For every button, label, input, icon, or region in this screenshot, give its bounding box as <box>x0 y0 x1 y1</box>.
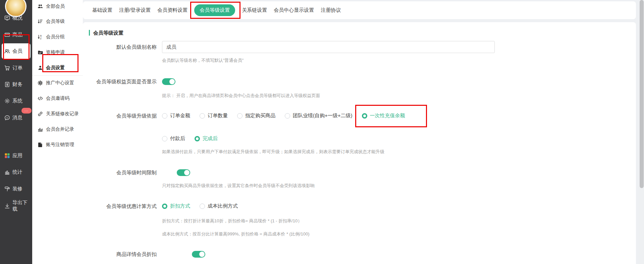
sidebar-item-overview[interactable]: 概况 <box>0 11 32 25</box>
discount-calc-radio-group: 折扣方式 成本比例方式 <box>162 203 238 209</box>
menu-item-merge-log[interactable]: 会员合并记录 <box>32 123 83 136</box>
menu-item-label: 会员分组 <box>46 34 65 40</box>
radio-cost-ratio-mode[interactable]: 成本比例方式 <box>200 203 238 209</box>
discount-mode-helper: 折扣方式：按打折计算最高10折，折扣价格= 商品现价 * (1 - 折扣率/10… <box>162 218 302 224</box>
sidebar-item-export[interactable]: 导出下载 <box>0 199 32 213</box>
sidebar-item-products[interactable]: 商品 <box>0 28 32 41</box>
upgrade-basis-radio-group: 订单金额 订单数量 指定购买商品 团队业绩(自购+一级+二级) 一次性充值余额 <box>162 113 405 119</box>
member-group-icon: AZ <box>38 34 43 40</box>
radio-team-performance[interactable]: 团队业绩(自购+一级+二级) <box>285 113 353 119</box>
benefit-page-visible-label: 会员等级权益页面是否显示 <box>83 79 157 85</box>
chain-link-icon <box>38 111 43 117</box>
radio-discount-mode[interactable]: 折扣方式 <box>162 203 190 209</box>
radio-circle <box>200 204 205 209</box>
sidebar-item-label: 导出下载 <box>12 200 32 212</box>
menu-item-label: 关系链修改记录 <box>46 111 79 117</box>
menu-item-label: 会员邀请码 <box>46 95 69 101</box>
sidebar-item-stats[interactable]: 统计 <box>0 165 32 179</box>
sidebar-item-label: 概况 <box>12 15 22 21</box>
sidebar-item-decorate[interactable]: 装修 <box>0 182 32 195</box>
orders-icon <box>4 65 10 71</box>
radio-one-time-recharge[interactable]: 一次性充值余额 <box>362 113 405 119</box>
radio-circle <box>285 113 290 119</box>
tab-member-profile-settings[interactable]: 会员资料设置 <box>157 7 187 13</box>
scrollbar-thumb[interactable] <box>640 0 644 188</box>
all-members-icon <box>38 4 43 9</box>
default-level-name-input[interactable] <box>162 41 495 53</box>
gear-icon <box>38 80 43 86</box>
sidebar-item-apps[interactable]: 应用 <box>0 149 32 162</box>
tab-member-center-display-settings[interactable]: 会员中心显示设置 <box>274 7 314 13</box>
sidebar-item-label: 应用 <box>12 152 22 159</box>
menu-item-account-cancel[interactable]: 账号注销管理 <box>32 138 83 151</box>
sidebar-item-system[interactable]: 系统 <box>0 94 32 107</box>
member-level-icon <box>38 19 43 24</box>
tab-member-level-settings[interactable]: 会员等级设置 <box>194 4 235 16</box>
radio-after-completion[interactable]: 完成后 <box>195 135 218 142</box>
member-settings-icon <box>38 65 43 71</box>
menu-item-member-settings[interactable]: 会员设置 <box>32 61 83 75</box>
menu-item-all-members[interactable]: 全部会员 <box>32 0 83 13</box>
time-limit-toggle[interactable] <box>177 169 190 176</box>
tab-register-login-settings[interactable]: 注册/登录设置 <box>119 7 151 13</box>
sidebar-item-label: 统计 <box>12 169 22 175</box>
menu-item-label: 推广中心设置 <box>46 80 74 86</box>
upgrade-timing-helper: 如果选择付款后，只要用户下单付款满足升级依据，即可升级；如果选择完成后，则表示需… <box>162 149 384 155</box>
tab-basic-settings[interactable]: 基础设置 <box>92 7 112 13</box>
svg-text:A: A <box>40 35 42 37</box>
upgrade-basis-label: 会员等级升级依据 <box>83 113 157 119</box>
radio-circle <box>362 113 367 119</box>
radio-circle <box>195 136 200 141</box>
messages-badge: ... <box>21 108 32 114</box>
radio-after-payment[interactable]: 付款后 <box>162 135 185 142</box>
sidebar-item-label: 消息 <box>12 115 22 121</box>
benefit-page-visible-helper: 提示： 开启，用户在商品详情页和会员中心点击会员等级都可以进入等级权益页面 <box>162 93 320 99</box>
system-icon <box>4 98 10 104</box>
menu-item-label: 会员合并记录 <box>46 126 74 132</box>
menu-item-label: 全部会员 <box>46 3 65 9</box>
radio-circle <box>162 136 167 141</box>
product-detail-discount-toggle[interactable] <box>192 251 205 258</box>
radio-circle <box>237 113 243 119</box>
radio-circle <box>162 204 167 209</box>
menu-item-member-level[interactable]: 会员等级 <box>32 15 83 28</box>
qualification-icon <box>38 50 43 55</box>
product-detail-discount-label: 商品详情会员折扣 <box>83 251 157 257</box>
radio-circle <box>200 113 205 119</box>
decorate-icon <box>4 186 10 192</box>
discount-calc-label: 会员等级优惠计算方式 <box>83 203 157 209</box>
sidebar-item-orders[interactable]: 订单 <box>0 61 32 75</box>
member-level-settings-panel: 会员等级设置 默认会员级别名称 会员默认等级名称，不填写默认"普通会员" 会员等… <box>83 22 636 264</box>
primary-sidebar: 概况 商品 会员 订单 财务 系统 消息 ... 应用 统计 装修 导出下载 <box>0 0 32 264</box>
tab-relation-chain-settings[interactable]: 关系链设置 <box>242 7 267 13</box>
menu-divider <box>32 75 83 76</box>
radio-order-amount[interactable]: 订单金额 <box>162 113 190 119</box>
benefit-page-visible-toggle[interactable] <box>162 78 175 85</box>
tab-register-agreement[interactable]: 注册协议 <box>321 7 341 13</box>
sidebar-item-label: 商品 <box>12 32 22 38</box>
radio-specified-products[interactable]: 指定购买商品 <box>237 113 275 119</box>
sidebar-item-label: 财务 <box>12 81 22 88</box>
messages-icon <box>4 115 10 121</box>
radio-order-count[interactable]: 订单数量 <box>200 113 228 119</box>
members-icon <box>4 48 10 54</box>
overview-icon <box>4 15 10 21</box>
sidebar-item-label: 系统 <box>12 98 22 104</box>
menu-item-promotion-center[interactable]: 推广中心设置 <box>32 76 83 90</box>
menu-item-label: 资格申请 <box>46 49 65 55</box>
sidebar-item-label: 会员 <box>12 48 22 54</box>
sidebar-item-members[interactable]: 会员 <box>2 43 31 59</box>
radio-circle <box>162 113 167 119</box>
svg-text:Z: Z <box>40 37 42 40</box>
menu-item-relation-log[interactable]: 关系链修改记录 <box>32 107 83 121</box>
menu-item-qualification[interactable]: 资格申请 <box>32 46 83 59</box>
section-title: 会员等级设置 <box>89 30 123 36</box>
secondary-sidebar: 全部会员 会员等级 AZ 会员分组 资格申请 会员设置 推广中心设置 会员邀请码… <box>32 0 83 264</box>
export-download-icon <box>4 203 10 209</box>
menu-item-label: 账号注销管理 <box>46 142 74 148</box>
sidebar-item-finance[interactable]: 财务 <box>0 78 32 91</box>
menu-item-invite-code[interactable]: 会员邀请码 <box>32 92 83 105</box>
default-level-name-label: 默认会员级别名称 <box>83 44 157 50</box>
menu-item-member-group[interactable]: AZ 会员分组 <box>32 30 83 44</box>
apps-icon <box>4 153 10 159</box>
